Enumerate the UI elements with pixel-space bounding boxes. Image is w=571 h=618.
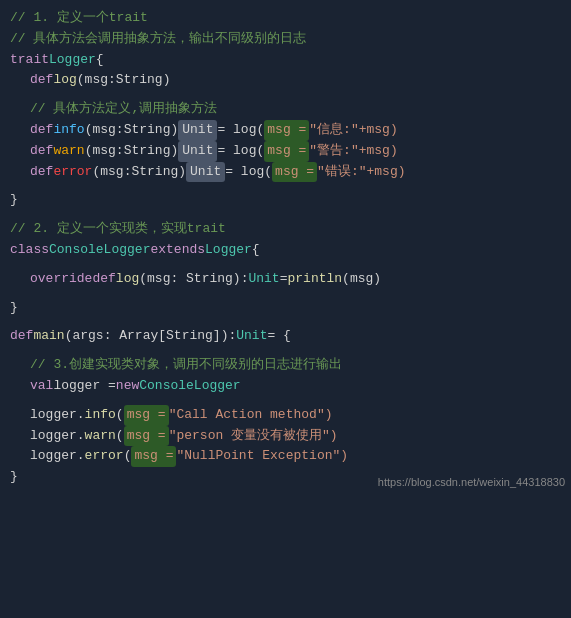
- override-eq: =: [280, 269, 288, 290]
- line-comment4: // 2. 定义一个实现类，实现trait: [10, 219, 561, 240]
- line-trait: trait Logger {: [10, 50, 561, 71]
- comment1-text: // 1. 定义一个trait: [10, 8, 148, 29]
- extends-keyword: extends: [150, 240, 205, 261]
- info-str: "信息:"+msg): [309, 120, 397, 141]
- info-call-str: "Call Action method"): [169, 405, 333, 426]
- class-open-brace: {: [252, 240, 260, 261]
- error-call: error: [85, 446, 124, 467]
- comment5-text: // 3.创建实现类对象，调用不同级别的日志进行输出: [30, 355, 342, 376]
- line-main: def main (args: Array[String]): Unit = {: [10, 326, 561, 347]
- def-keyword-warn: def: [30, 141, 53, 162]
- val-keyword: val: [30, 376, 53, 397]
- def-keyword-error: def: [30, 162, 53, 183]
- parent-class-name: Logger: [205, 240, 252, 261]
- blank5: [10, 318, 561, 326]
- logger-warn-pre: logger.: [30, 426, 85, 447]
- blank-before-close1: [10, 182, 561, 190]
- line-class: class ConsoleLogger extends Logger {: [10, 240, 561, 261]
- line-logger-error: logger. error ( msg = "NullPoint Excepti…: [30, 446, 561, 467]
- error-open-paren: (: [124, 446, 132, 467]
- warn-params: (msg:String): [85, 141, 179, 162]
- comment4-text: // 2. 定义一个实现类，实现trait: [10, 219, 226, 240]
- println-call: println: [287, 269, 342, 290]
- warn-open-paren: (: [116, 426, 124, 447]
- blank3: [10, 261, 561, 269]
- comment2-text: // 具体方法会调用抽象方法，输出不同级别的日志: [10, 29, 306, 50]
- msg-box-error: msg =: [272, 162, 317, 183]
- logger-var: logger =: [53, 376, 115, 397]
- logger-info-pre: logger.: [30, 405, 85, 426]
- main-unit-type: Unit: [236, 326, 267, 347]
- log-method: log: [53, 70, 76, 91]
- def-keyword1: def: [30, 70, 53, 91]
- consolelog-class: ConsoleLogger: [139, 376, 240, 397]
- trait-name: Logger: [49, 50, 96, 71]
- unit-box-error: Unit: [186, 162, 225, 183]
- main-params: (args: Array[String]):: [65, 326, 237, 347]
- warn-eq: = log(: [217, 141, 264, 162]
- trait-keyword: trait: [10, 50, 49, 71]
- line-def-info: def info (msg:String) Unit = log( msg = …: [30, 120, 561, 141]
- blank6: [10, 347, 561, 355]
- close3-brace: }: [10, 467, 18, 488]
- info-call: info: [85, 405, 116, 426]
- blank1: [10, 91, 561, 99]
- line-comment2: // 具体方法会调用抽象方法，输出不同级别的日志: [10, 29, 561, 50]
- error-call-str: "NullPoint Exception"): [176, 446, 348, 467]
- comment3-text: // 具体方法定义,调用抽象方法: [30, 99, 217, 120]
- unit-type: Unit: [248, 269, 279, 290]
- line-close1: }: [10, 190, 561, 211]
- warn-method-name: warn: [53, 141, 84, 162]
- error-eq: = log(: [225, 162, 272, 183]
- warn-call-str: "person 变量没有被使用"): [169, 426, 338, 447]
- new-keyword: new: [116, 376, 139, 397]
- line-comment3: // 具体方法定义,调用抽象方法: [30, 99, 561, 120]
- msg-box-call-warn: msg =: [124, 426, 169, 447]
- log-override-name: log: [116, 269, 139, 290]
- msg-box-info: msg =: [264, 120, 309, 141]
- log-params: (msg:String): [77, 70, 171, 91]
- unit-box-info: Unit: [178, 120, 217, 141]
- line-logger-warn: logger. warn ( msg = "person 变量没有被使用"): [30, 426, 561, 447]
- class-name-text: ConsoleLogger: [49, 240, 150, 261]
- info-params: (msg:String): [85, 120, 179, 141]
- msg-box-call-error: msg =: [131, 446, 176, 467]
- def-keyword-override: def: [92, 269, 115, 290]
- watermark: https://blog.csdn.net/weixin_44318830: [378, 474, 565, 492]
- line-override: override def log (msg: String): Unit = p…: [30, 269, 561, 290]
- error-method-name: error: [53, 162, 92, 183]
- trait-open: {: [96, 50, 104, 71]
- main-method-name: main: [33, 326, 64, 347]
- line-def-log: def log (msg:String): [30, 70, 561, 91]
- blank2: [10, 211, 561, 219]
- error-params: (msg:String): [92, 162, 186, 183]
- line-val: val logger = new ConsoleLogger: [30, 376, 561, 397]
- info-open-paren: (: [116, 405, 124, 426]
- info-method-name: info: [53, 120, 84, 141]
- main-eq: = {: [267, 326, 290, 347]
- log-override-params: (msg: String):: [139, 269, 248, 290]
- line-comment1: // 1. 定义一个trait: [10, 8, 561, 29]
- warn-call: warn: [85, 426, 116, 447]
- close1-brace: }: [10, 190, 18, 211]
- close2-brace: }: [10, 298, 18, 319]
- line-logger-info: logger. info ( msg = "Call Action method…: [30, 405, 561, 426]
- class-keyword: class: [10, 240, 49, 261]
- line-comment5: // 3.创建实现类对象，调用不同级别的日志进行输出: [30, 355, 561, 376]
- println-args: (msg): [342, 269, 381, 290]
- override-keyword: override: [30, 269, 92, 290]
- msg-box-call-info: msg =: [124, 405, 169, 426]
- line-def-error: def error (msg:String) Unit = log( msg =…: [30, 162, 561, 183]
- blank7: [10, 397, 561, 405]
- blank4: [10, 290, 561, 298]
- warn-str: "警告:"+msg): [309, 141, 397, 162]
- error-str: "错误:"+msg): [317, 162, 405, 183]
- logger-error-pre: logger.: [30, 446, 85, 467]
- line-def-warn: def warn (msg:String) Unit = log( msg = …: [30, 141, 561, 162]
- code-container: // 1. 定义一个trait // 具体方法会调用抽象方法，输出不同级别的日志…: [0, 0, 571, 496]
- def-keyword-info: def: [30, 120, 53, 141]
- info-eq: = log(: [217, 120, 264, 141]
- def-keyword-main: def: [10, 326, 33, 347]
- line-close2: }: [10, 298, 561, 319]
- unit-box-warn: Unit: [178, 141, 217, 162]
